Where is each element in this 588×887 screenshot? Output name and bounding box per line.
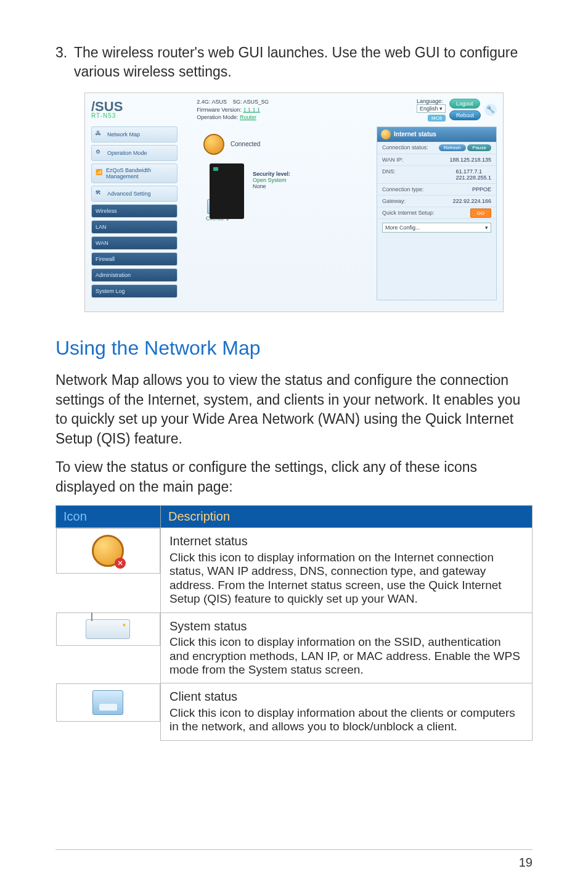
desc-title: Internet status bbox=[169, 534, 523, 549]
sidebar-item-label: Wireless bbox=[96, 208, 117, 214]
language-value: English bbox=[420, 105, 438, 112]
brand-block: /SUS RT-N53 bbox=[91, 101, 123, 120]
cell-icon-client bbox=[56, 683, 161, 722]
gui-header-info: 2.4G: ASUS 5G: ASUS_5G Firmware Version:… bbox=[197, 98, 269, 122]
section-heading: Using the Network Map bbox=[55, 337, 533, 360]
footer-rule bbox=[55, 849, 533, 850]
refresh-button[interactable]: Refresh bbox=[439, 144, 466, 151]
globe-small-icon bbox=[381, 130, 391, 139]
row-key: DNS: bbox=[382, 168, 396, 181]
row-key: WAN IP: bbox=[382, 157, 403, 163]
step-text: The wireless router's web GUI launches. … bbox=[74, 43, 533, 81]
gui-body: 🖧Network Map ⚙Operation Mode 📶EzQoS Band… bbox=[85, 123, 503, 311]
security-level-label: Security level: bbox=[253, 171, 290, 177]
paragraph-2: To view the status or configure the sett… bbox=[55, 458, 533, 497]
fw-version-link[interactable]: 1.1.1.1 bbox=[243, 107, 260, 113]
panel-header: Internet status bbox=[377, 127, 496, 142]
th-description: Description bbox=[161, 506, 533, 528]
row-value: 61.177.7.1 221.228.255.1 bbox=[455, 168, 491, 181]
sidebar-item-label: EzQoS Bandwidth Management bbox=[106, 167, 173, 179]
row-qis: Quick Internet Setup: GO bbox=[377, 207, 496, 219]
page-number: 19 bbox=[519, 856, 533, 870]
row-gateway: Gateway: 222.92.224.166 bbox=[377, 196, 496, 207]
sidebar-item-label: Firewall bbox=[96, 256, 115, 262]
row-value: PPPOE bbox=[472, 186, 491, 192]
fw-label: Firmware Version: bbox=[197, 107, 242, 113]
qis-go-button[interactable]: GO bbox=[470, 208, 491, 218]
opmode-link[interactable]: Router bbox=[240, 114, 256, 120]
cell-desc: Internet status Click this icon to displ… bbox=[161, 528, 533, 613]
row-key: Connection status: bbox=[382, 144, 428, 151]
ssid-24: 2.4G: ASUS bbox=[197, 99, 227, 105]
row-dns: DNS: 61.177.7.1 221.228.255.1 bbox=[377, 166, 496, 184]
router-gui-screenshot: /SUS RT-N53 2.4G: ASUS 5G: ASUS_5G Firmw… bbox=[84, 93, 504, 312]
reboot-button[interactable]: Reboot bbox=[449, 110, 481, 120]
internet-status-icon bbox=[92, 535, 124, 567]
sidebar-item-network-map[interactable]: 🖧Network Map bbox=[91, 126, 178, 142]
globe-icon bbox=[203, 134, 224, 155]
logout-reboot-block: Logout Reboot bbox=[449, 99, 481, 120]
pause-button[interactable]: Pause bbox=[467, 144, 491, 151]
sidebar-item-wireless[interactable]: Wireless bbox=[91, 204, 178, 218]
table-row: System status Click this icon to display… bbox=[56, 613, 533, 683]
language-block: Language: English ▾ MC8 bbox=[417, 98, 446, 121]
security-value: Open System bbox=[253, 177, 287, 183]
sidebar-item-label: LAN bbox=[96, 224, 107, 230]
sidebar-item-label: Administration bbox=[96, 272, 131, 278]
desc-title: System status bbox=[169, 619, 523, 634]
desc-body: Click this icon to display information a… bbox=[169, 706, 523, 734]
sidebar-item-firewall[interactable]: Firewall bbox=[91, 252, 178, 266]
cell-desc: System status Click this icon to display… bbox=[161, 613, 533, 683]
router-image[interactable] bbox=[210, 163, 244, 219]
sidebar-item-label: Operation Mode bbox=[107, 150, 147, 156]
instruction-step: 3. The wireless router's web GUI launche… bbox=[55, 43, 533, 81]
row-connection-status: Connection status: Refresh Pause bbox=[377, 142, 496, 154]
sidebar-item-label: System Log bbox=[96, 288, 125, 294]
table-row: Client status Click this icon to display… bbox=[56, 683, 533, 740]
cell-desc: Client status Click this icon to display… bbox=[161, 683, 533, 740]
sidebar-item-advanced[interactable]: 🛠Advanced Setting bbox=[91, 186, 178, 202]
icon-description-table: Icon Description Internet status Click t… bbox=[55, 505, 533, 740]
row-wan-ip: WAN IP: 188.125.218.135 bbox=[377, 154, 496, 166]
table-row: Internet status Click this icon to displ… bbox=[56, 528, 533, 613]
sidebar-item-label: Advanced Setting bbox=[107, 191, 151, 197]
sidebar-item-ezqos[interactable]: 📶EzQoS Bandwidth Management bbox=[91, 163, 178, 183]
language-select[interactable]: English ▾ bbox=[417, 104, 446, 113]
operation-mode-icon: ⚙ bbox=[96, 149, 104, 157]
opmode-label: Operation Mode: bbox=[197, 114, 238, 120]
connected-label: Connected bbox=[231, 141, 260, 147]
brand-logo-text: /SUS bbox=[91, 101, 123, 113]
sidebar-item-administration[interactable]: Administration bbox=[91, 268, 178, 282]
sidebar-item-lan[interactable]: LAN bbox=[91, 220, 178, 234]
sidebar: 🖧Network Map ⚙Operation Mode 📶EzQoS Band… bbox=[91, 126, 178, 300]
dns-1: 61.177.7.1 bbox=[455, 168, 491, 175]
desc-body: Click this icon to display information o… bbox=[169, 551, 523, 606]
paragraph-1: Network Map allows you to view the statu… bbox=[55, 371, 533, 449]
language-label: Language: bbox=[417, 98, 446, 104]
row-value: 188.125.218.135 bbox=[449, 157, 491, 163]
network-map-icon: 🖧 bbox=[96, 130, 104, 139]
more-config-select[interactable]: More Config... ▾ bbox=[382, 223, 491, 233]
advanced-icon: 🛠 bbox=[96, 189, 104, 198]
step-number: 3. bbox=[55, 43, 74, 81]
row-key: Gateway: bbox=[382, 198, 406, 204]
row-connection-type: Connection type: PPPOE bbox=[377, 184, 496, 196]
row-key: Connection type: bbox=[382, 186, 424, 192]
more-config-label: More Config... bbox=[385, 225, 420, 231]
dns-2: 221.228.255.1 bbox=[455, 175, 491, 181]
cell-icon-system bbox=[56, 613, 161, 646]
sidebar-item-label: WAN bbox=[96, 240, 108, 246]
bandwidth-icon: 📶 bbox=[96, 169, 103, 178]
settings-wrench-icon[interactable]: 🔧 bbox=[484, 104, 497, 116]
sidebar-item-system-log[interactable]: System Log bbox=[91, 284, 178, 298]
sidebar-item-wan[interactable]: WAN bbox=[91, 236, 178, 250]
cell-icon-internet bbox=[56, 528, 161, 574]
gui-header-right: Language: English ▾ MC8 Logout Reboot 🔧 bbox=[417, 98, 497, 121]
th-icon: Icon bbox=[56, 506, 161, 528]
internet-status-panel: Internet status Connection status: Refre… bbox=[377, 126, 497, 300]
logout-button[interactable]: Logout bbox=[449, 99, 480, 109]
desc-body: Click this icon to display information o… bbox=[169, 635, 523, 677]
sidebar-item-operation-mode[interactable]: ⚙Operation Mode bbox=[91, 145, 178, 161]
internet-globe-row[interactable]: Connected bbox=[203, 134, 369, 155]
security-none: None bbox=[253, 183, 266, 189]
